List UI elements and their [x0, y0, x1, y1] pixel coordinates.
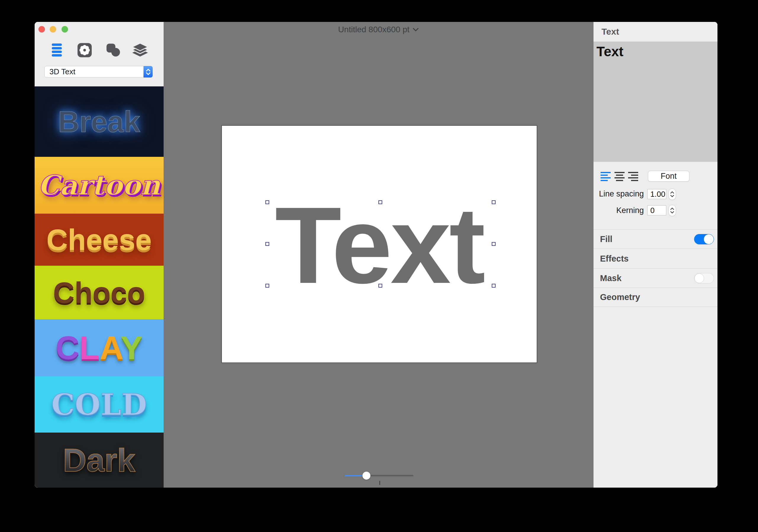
align-left-icon[interactable]	[601, 171, 611, 181]
dropdown-stepper-icon	[144, 66, 153, 78]
template-label: Break	[58, 107, 140, 136]
zoom-slider[interactable]	[345, 475, 413, 477]
kerning-stepper[interactable]	[668, 205, 676, 216]
layers-tab-icon[interactable]	[132, 43, 148, 57]
sidebar: 3D Text Break Cartoon Cheese	[35, 22, 164, 488]
inspector-sections: Fill Effects Mask Geometry	[594, 229, 717, 307]
template-thumbnail-cartoon[interactable]: Cartoon	[35, 157, 164, 214]
line-spacing-input[interactable]	[647, 189, 666, 199]
selection-handle-mid-right[interactable]	[492, 242, 496, 246]
section-row-mask[interactable]: Mask	[594, 268, 717, 288]
inspector-header-title: Text	[594, 27, 619, 37]
kerning-input[interactable]	[647, 205, 666, 215]
text-styles-tab-icon[interactable]	[52, 43, 62, 57]
template-thumbnail-choco[interactable]: Choco	[35, 266, 164, 319]
section-label: Effects	[594, 254, 629, 264]
section-label: Geometry	[594, 292, 640, 302]
align-right-icon[interactable]	[628, 171, 638, 181]
inspector-header: Text	[594, 22, 717, 42]
text-content-editor[interactable]: Text	[594, 42, 717, 162]
selection-handle-bottom-center[interactable]	[378, 284, 382, 288]
chevron-down-icon	[412, 27, 419, 32]
text-content-value: Text	[597, 44, 623, 59]
zoom-slider-thumb[interactable]	[362, 472, 370, 479]
canvas-area: Untitled 800x600 pt Text	[164, 22, 594, 488]
template-thumbnail-dark[interactable]: Dark	[35, 433, 164, 488]
section-row-geometry[interactable]: Geometry	[594, 288, 717, 307]
screen: 3D Text Break Cartoon Cheese	[0, 0, 758, 532]
template-label: CLAY	[55, 332, 143, 365]
style-category-dropdown[interactable]: 3D Text	[44, 66, 153, 78]
document-title[interactable]: Untitled 800x600 pt	[164, 25, 594, 34]
template-label: Dark	[63, 444, 135, 477]
template-thumbnail-clay[interactable]: CLAY	[35, 319, 164, 376]
line-spacing-label: Line spacing	[594, 189, 644, 198]
mask-toggle[interactable]	[694, 273, 714, 283]
style-category-value: 3D Text	[45, 67, 144, 76]
fill-toggle[interactable]	[694, 234, 714, 244]
font-button[interactable]: Font	[648, 171, 689, 182]
app-window: 3D Text Break Cartoon Cheese	[35, 22, 717, 488]
template-thumbnail-cheese[interactable]: Cheese	[35, 214, 164, 266]
section-label: Mask	[594, 273, 622, 283]
zoom-window-button[interactable]	[61, 26, 68, 33]
section-row-effects[interactable]: Effects	[594, 249, 717, 268]
selection-handle-top-center[interactable]	[378, 200, 382, 204]
minimize-window-button[interactable]	[50, 26, 56, 33]
kerning-label: Kerning	[594, 206, 644, 215]
close-window-button[interactable]	[39, 26, 45, 33]
zoom-slider-tick	[379, 481, 380, 485]
selection-handle-top-left[interactable]	[265, 200, 269, 204]
template-thumbnail-break[interactable]: Break	[35, 87, 164, 157]
template-label: Cartoon	[38, 172, 160, 199]
template-label: COLD	[51, 390, 147, 419]
selection-handle-bottom-right[interactable]	[492, 284, 496, 288]
selection-handle-top-right[interactable]	[492, 200, 496, 204]
section-row-fill[interactable]: Fill	[594, 229, 717, 249]
section-label: Fill	[594, 234, 612, 244]
document-title-text: Untitled 800x600 pt	[338, 25, 409, 34]
template-label: Choco	[53, 278, 145, 307]
template-list: Break Cartoon Cheese Choco CLAY COLD	[35, 87, 164, 488]
template-thumbnail-cold[interactable]: COLD	[35, 376, 164, 433]
inspector-panel: Text Text	[594, 22, 717, 488]
selection-handle-bottom-left[interactable]	[265, 284, 269, 288]
template-label: Cheese	[47, 225, 152, 255]
shapes-tab-icon[interactable]	[106, 43, 120, 57]
selection-handle-mid-left[interactable]	[265, 242, 269, 246]
line-spacing-stepper[interactable]	[668, 189, 676, 200]
effects-gear-tab-icon[interactable]	[78, 43, 92, 57]
align-center-icon[interactable]	[614, 171, 625, 181]
